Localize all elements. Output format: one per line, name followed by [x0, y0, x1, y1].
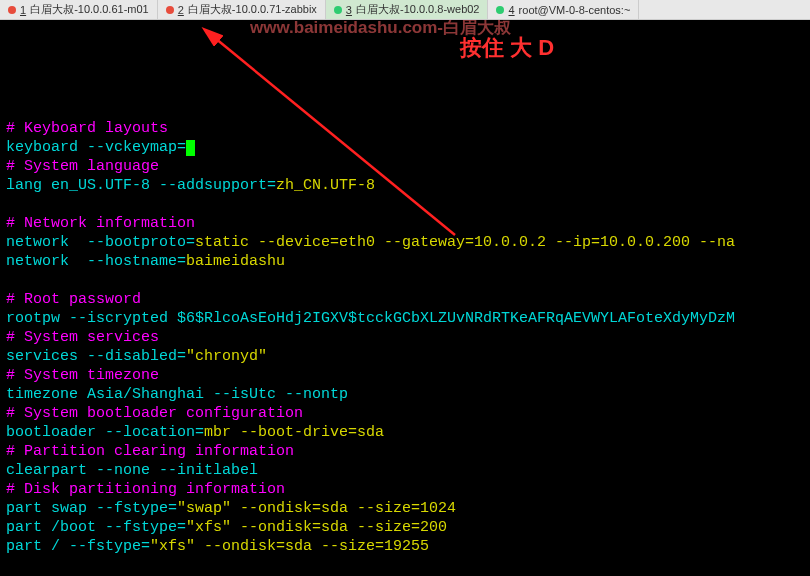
- terminal-line: [6, 556, 804, 575]
- cursor-icon: [186, 140, 195, 156]
- terminal-line: timezone Asia/Shanghai --isUtc --nontp: [6, 385, 804, 404]
- text-span: "swap" --ondisk=sda --size=1024: [177, 500, 456, 517]
- tab-number: 4: [508, 4, 514, 16]
- terminal-line: # System language: [6, 157, 804, 176]
- terminal-line: # System bootloader configuration: [6, 404, 804, 423]
- watermark: www.baimeidashu.com-白眉大叔: [250, 20, 511, 37]
- text-span: part / --fstype=: [6, 538, 150, 555]
- text-span: keyboard --vckeymap=: [6, 139, 186, 156]
- text-span: # System services: [6, 329, 159, 346]
- text-span: bootloader --location=: [6, 424, 204, 441]
- tab-4[interactable]: 4root@VM-0-8-centos:~: [488, 0, 639, 19]
- tab-2[interactable]: 2白眉大叔-10.0.0.71-zabbix: [158, 0, 326, 19]
- text-span: lang en_US.UTF-8 --addsupport=: [6, 177, 276, 194]
- text-span: # Keyboard layouts: [6, 120, 168, 137]
- text-span: # System bootloader configuration: [6, 405, 303, 422]
- terminal-line: # Root password: [6, 290, 804, 309]
- text-span: # Partition clearing information: [6, 443, 294, 460]
- text-span: mbr --boot-drive=sda: [204, 424, 384, 441]
- tab-label: 白眉大叔-10.0.0.61-m01: [30, 2, 149, 17]
- text-span: # System timezone: [6, 367, 159, 384]
- terminal-line: part / --fstype="xfs" --ondisk=sda --siz…: [6, 537, 804, 556]
- terminal-line: # Disk partitioning information: [6, 480, 804, 499]
- status-dot-icon: [496, 6, 504, 14]
- status-dot-icon: [334, 6, 342, 14]
- text-span: zh_CN.UTF-8: [276, 177, 375, 194]
- tab-number: 1: [20, 4, 26, 16]
- text-span: services --disabled=: [6, 348, 186, 365]
- terminal-line: # Partition clearing information: [6, 442, 804, 461]
- text-span: "xfs" --ondisk=sda --size=19255: [150, 538, 429, 555]
- terminal-line: clearpart --none --initlabel: [6, 461, 804, 480]
- status-dot-icon: [166, 6, 174, 14]
- text-span: # Network information: [6, 215, 195, 232]
- tab-label: 白眉大叔-10.0.0.8-web02: [356, 2, 480, 17]
- terminal-line: rootpw --iscrypted $6$RlcoAsEoHdj2IGXV$t…: [6, 309, 804, 328]
- text-span: clearpart --none --initlabel: [6, 462, 258, 479]
- text-span: "xfs" --ondisk=sda --size=200: [186, 519, 447, 536]
- text-span: part /boot --fstype=: [6, 519, 186, 536]
- tab-label: root@VM-0-8-centos:~: [519, 4, 631, 16]
- text-span: rootpw --iscrypted $6$RlcoAsEoHdj2IGXV$t…: [6, 310, 735, 327]
- terminal-line: # System services: [6, 328, 804, 347]
- terminal-line: [6, 271, 804, 290]
- text-span: "chronyd": [186, 348, 267, 365]
- tab-1[interactable]: 1白眉大叔-10.0.0.61-m01: [0, 0, 158, 19]
- terminal-line: network --bootproto=static --device=eth0…: [6, 233, 804, 252]
- status-dot-icon: [8, 6, 16, 14]
- tab-number: 2: [178, 4, 184, 16]
- text-span: static --device=eth0 --gateway=10.0.0.2 …: [195, 234, 735, 251]
- tab-number: 3: [346, 4, 352, 16]
- terminal-line: # Keyboard layouts: [6, 119, 804, 138]
- text-span: timezone Asia/Shanghai --isUtc --nontp: [6, 386, 348, 403]
- terminal-line: bootloader --location=mbr --boot-drive=s…: [6, 423, 804, 442]
- terminal-line: part /boot --fstype="xfs" --ondisk=sda -…: [6, 518, 804, 537]
- tab-3[interactable]: 3白眉大叔-10.0.0.8-web02: [326, 0, 489, 19]
- terminal-line: # System timezone: [6, 366, 804, 385]
- terminal-line: keyboard --vckeymap=: [6, 138, 804, 157]
- text-span: baimeidashu: [186, 253, 285, 270]
- text-span: # Disk partitioning information: [6, 481, 285, 498]
- text-span: network --hostname=: [6, 253, 186, 270]
- tab-bar: 1白眉大叔-10.0.0.61-m012白眉大叔-10.0.0.71-zabbi…: [0, 0, 810, 20]
- text-span: part swap --fstype=: [6, 500, 177, 517]
- terminal-line: [6, 195, 804, 214]
- tab-label: 白眉大叔-10.0.0.71-zabbix: [188, 2, 317, 17]
- terminal-line: services --disabled="chronyd": [6, 347, 804, 366]
- terminal[interactable]: www.baimeidashu.com-白眉大叔 按住 大 D # Keyboa…: [0, 20, 810, 576]
- terminal-lines: # Keyboard layoutskeyboard --vckeymap=# …: [6, 119, 804, 576]
- annotation-text: 按住 大 D: [460, 38, 554, 57]
- terminal-line: # Network information: [6, 214, 804, 233]
- terminal-line: lang en_US.UTF-8 --addsupport=zh_CN.UTF-…: [6, 176, 804, 195]
- terminal-line: network --hostname=baimeidashu: [6, 252, 804, 271]
- text-span: # System language: [6, 158, 159, 175]
- terminal-line: part swap --fstype="swap" --ondisk=sda -…: [6, 499, 804, 518]
- text-span: # Root password: [6, 291, 141, 308]
- text-span: network --bootproto=: [6, 234, 195, 251]
